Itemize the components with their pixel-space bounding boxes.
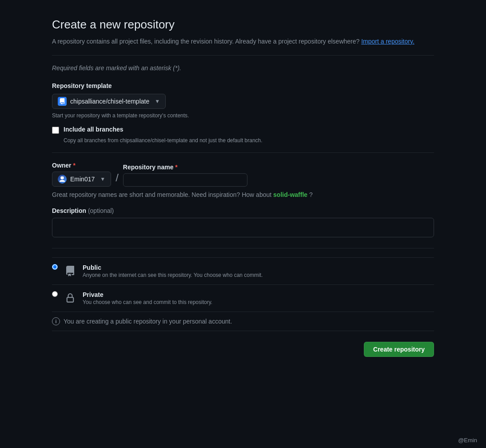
description-divider bbox=[52, 248, 434, 248]
include-branches-hint: Copy all branches from chipsalliance/chi… bbox=[64, 137, 434, 144]
private-option: Private You choose who can see and commi… bbox=[52, 285, 434, 312]
template-dropdown[interactable]: chipsalliance/chisel-template ▼ bbox=[52, 94, 166, 109]
owner-name: Emin017 bbox=[70, 176, 95, 183]
description-optional: (optional) bbox=[88, 207, 114, 214]
owner-dropdown-arrow: ▼ bbox=[100, 176, 105, 182]
owner-dropdown[interactable]: Emin017 ▼ bbox=[52, 172, 111, 187]
watermark: @Emin bbox=[458, 437, 477, 444]
footer-row: Create repository bbox=[52, 331, 434, 357]
inspiration-text: Great repository names are short and mem… bbox=[52, 191, 434, 198]
include-branches-checkbox[interactable] bbox=[52, 127, 59, 134]
page-subtitle: A repository contains all project files,… bbox=[52, 37, 434, 46]
info-icon: i bbox=[52, 317, 60, 325]
public-option: Public Anyone on the internet can see th… bbox=[52, 257, 434, 285]
template-dropdown-arrow: ▼ bbox=[155, 98, 160, 104]
repo-name-input[interactable] bbox=[123, 173, 247, 187]
owner-avatar-icon bbox=[58, 175, 67, 184]
owner-required-star: * bbox=[73, 162, 75, 169]
description-label: Description (optional) bbox=[52, 207, 434, 214]
private-description: You choose who can see and commit to thi… bbox=[83, 299, 434, 305]
repo-suggestion[interactable]: solid-waffle bbox=[273, 191, 307, 198]
template-divider bbox=[52, 152, 434, 153]
info-notice-text: You are creating a public repository in … bbox=[64, 318, 232, 325]
private-content: Private You choose who can see and commi… bbox=[83, 291, 434, 305]
repo-name-label: Repository name * bbox=[123, 164, 434, 171]
private-title: Private bbox=[83, 291, 434, 298]
private-lock-icon bbox=[63, 291, 77, 305]
info-notice: i You are creating a public repository i… bbox=[52, 312, 434, 331]
owner-section: Owner * Emin017 ▼ bbox=[52, 162, 111, 187]
repo-required-star: * bbox=[175, 164, 177, 171]
owner-repo-row: Owner * Emin017 ▼ / Repository name * bbox=[52, 162, 434, 187]
visibility-options: Public Anyone on the internet can see th… bbox=[52, 257, 434, 312]
template-name: chipsalliance/chisel-template bbox=[70, 98, 149, 105]
slash-divider: / bbox=[111, 172, 123, 187]
description-section: Description (optional) bbox=[52, 207, 434, 237]
repo-name-section: Repository name * bbox=[123, 164, 434, 187]
owner-label: Owner * bbox=[52, 162, 111, 169]
include-branches-row: Include all branches bbox=[52, 126, 434, 134]
include-branches-label[interactable]: Include all branches bbox=[64, 126, 123, 133]
import-link[interactable]: Import a repository. bbox=[361, 38, 414, 45]
page-title: Create a new repository bbox=[52, 18, 434, 32]
public-repo-icon bbox=[63, 264, 77, 278]
public-description: Anyone on the internet can see this repo… bbox=[83, 272, 434, 278]
create-repository-button[interactable]: Create repository bbox=[364, 342, 434, 357]
template-avatar-icon bbox=[58, 97, 67, 106]
public-content: Public Anyone on the internet can see th… bbox=[83, 264, 434, 278]
public-title: Public bbox=[83, 264, 434, 271]
template-section-label: Repository template bbox=[52, 82, 434, 89]
public-radio[interactable] bbox=[52, 264, 58, 270]
private-radio[interactable] bbox=[52, 291, 58, 297]
required-note: Required fields are marked with an aster… bbox=[52, 64, 434, 72]
template-hint: Start your repository with a template re… bbox=[52, 112, 434, 119]
description-input[interactable] bbox=[52, 218, 434, 237]
header-divider bbox=[52, 55, 434, 56]
